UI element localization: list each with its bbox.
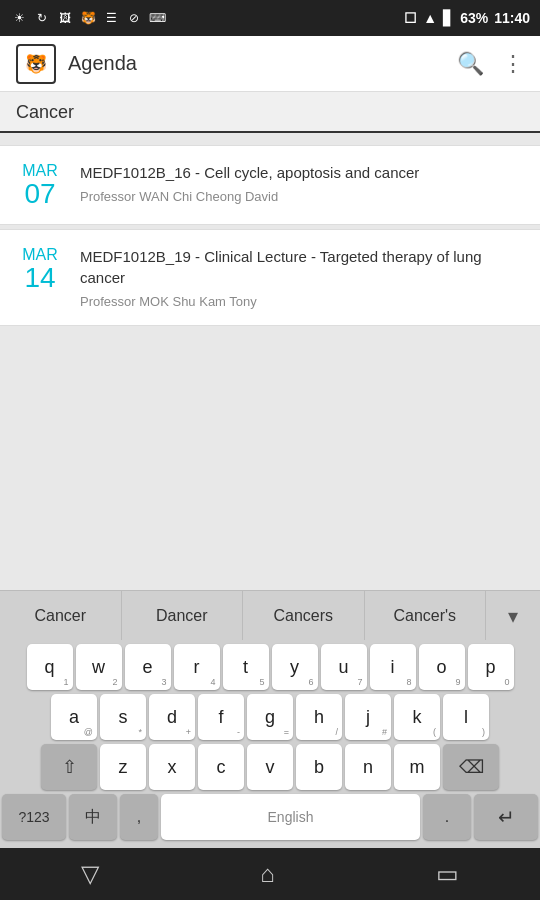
autocomplete-cancers[interactable]: Cancers <box>243 591 365 640</box>
nav-bar: ▽ ⌂ ▭ <box>0 848 540 900</box>
enter-icon: ↵ <box>498 805 515 829</box>
key-c[interactable]: c <box>198 744 244 790</box>
key-p[interactable]: p0 <box>468 644 514 690</box>
event-date-2: MAR 14 <box>16 246 64 292</box>
key-l[interactable]: l) <box>443 694 489 740</box>
space-label: English <box>268 809 314 825</box>
period-key[interactable]: . <box>423 794 471 840</box>
time-display: 11:40 <box>494 10 530 26</box>
event-date-1: MAR 07 <box>16 162 64 208</box>
delete-icon: ⌫ <box>459 756 484 778</box>
lang-icon: 中 <box>85 807 101 828</box>
status-bar-right: ☐ ▲ ▋ 63% 11:40 <box>404 10 530 26</box>
signal-icon: ▋ <box>443 10 454 26</box>
logo-icon: 🐯 <box>25 53 47 75</box>
image-icon: 🖼 <box>56 9 74 27</box>
key-z[interactable]: z <box>100 744 146 790</box>
autocomplete-cancers-apos[interactable]: Cancer's <box>365 591 487 640</box>
event-details-2: MEDF1012B_19 - Clinical Lecture - Target… <box>80 246 524 309</box>
status-bar: ☀ ↻ 🖼 🐯 ☰ ⊘ ⌨ ☐ ▲ ▋ 63% 11:40 <box>0 0 540 36</box>
down-arrow-icon: ▾ <box>508 604 518 628</box>
key-o[interactable]: o9 <box>419 644 465 690</box>
autocomplete-more[interactable]: ▾ <box>486 591 540 640</box>
key-e[interactable]: e3 <box>125 644 171 690</box>
block-icon: ⊘ <box>125 9 143 27</box>
key-w[interactable]: w2 <box>76 644 122 690</box>
event-day-2: 14 <box>24 264 55 292</box>
comma-label: , <box>137 808 141 826</box>
key-q[interactable]: q1 <box>27 644 73 690</box>
brightness-icon: ☀ <box>10 9 28 27</box>
refresh-icon: ↻ <box>33 9 51 27</box>
list-icon: ☰ <box>102 9 120 27</box>
keyboard-row-4: ?123 中 , English . ↵ <box>2 794 538 840</box>
key-b[interactable]: b <box>296 744 342 790</box>
key-x[interactable]: x <box>149 744 195 790</box>
autocomplete-cancer[interactable]: Cancer <box>0 591 122 640</box>
event-card-2[interactable]: MAR 14 MEDF1012B_19 - Clinical Lecture -… <box>0 229 540 326</box>
battery-icon: ☐ <box>404 10 417 26</box>
recents-nav-button[interactable]: ▭ <box>416 852 479 896</box>
event-details-1: MEDF1012B_16 - Cell cycle, apoptosis and… <box>80 162 524 204</box>
period-label: . <box>445 808 449 826</box>
section-title: Cancer <box>16 102 74 122</box>
key-n[interactable]: n <box>345 744 391 790</box>
app-bar-actions: 🔍 ⋮ <box>457 51 524 77</box>
wifi-icon: ▲ <box>423 10 437 26</box>
key-h[interactable]: h/ <box>296 694 342 740</box>
key-r[interactable]: r4 <box>174 644 220 690</box>
comma-key[interactable]: , <box>120 794 158 840</box>
key-d[interactable]: d+ <box>149 694 195 740</box>
main-content: MAR 07 MEDF1012B_16 - Cell cycle, apopto… <box>0 133 540 590</box>
keyboard-row-2: a@ s* d+ f- g= h/ j# k( l) <box>2 694 538 740</box>
autocomplete-bar: Cancer Dancer Cancers Cancer's ▾ <box>0 590 540 640</box>
numbers-label: ?123 <box>18 809 49 825</box>
shift-icon: ⇧ <box>62 756 77 778</box>
keyboard-row-1: q1 w2 e3 r4 t5 y6 u7 i8 o9 p0 <box>2 644 538 690</box>
lang-key[interactable]: 中 <box>69 794 117 840</box>
key-s[interactable]: s* <box>100 694 146 740</box>
section-header: Cancer <box>0 92 540 133</box>
key-y[interactable]: y6 <box>272 644 318 690</box>
delete-key[interactable]: ⌫ <box>443 744 499 790</box>
back-nav-button[interactable]: ▽ <box>61 852 119 896</box>
key-v[interactable]: v <box>247 744 293 790</box>
key-f[interactable]: f- <box>198 694 244 740</box>
event-card-1[interactable]: MAR 07 MEDF1012B_16 - Cell cycle, apopto… <box>0 145 540 225</box>
app-bar: 🐯 Agenda 🔍 ⋮ <box>0 36 540 92</box>
home-nav-button[interactable]: ⌂ <box>240 852 295 896</box>
event-professor-1: Professor WAN Chi Cheong David <box>80 189 524 204</box>
event-day-1: 07 <box>24 180 55 208</box>
event-title-2: MEDF1012B_19 - Clinical Lecture - Target… <box>80 246 524 288</box>
event-professor-2: Professor MOK Shu Kam Tony <box>80 294 524 309</box>
space-key[interactable]: English <box>161 794 420 840</box>
key-j[interactable]: j# <box>345 694 391 740</box>
enter-key[interactable]: ↵ <box>474 794 538 840</box>
shift-key[interactable]: ⇧ <box>41 744 97 790</box>
keyboard-row-3: ⇧ z x c v b n m ⌫ <box>2 744 538 790</box>
autocomplete-dancer[interactable]: Dancer <box>122 591 244 640</box>
keyboard-icon: ⌨ <box>148 9 166 27</box>
status-bar-left: ☀ ↻ 🖼 🐯 ☰ ⊘ ⌨ <box>10 9 166 27</box>
key-g[interactable]: g= <box>247 694 293 740</box>
numbers-key[interactable]: ?123 <box>2 794 66 840</box>
key-t[interactable]: t5 <box>223 644 269 690</box>
battery-percent: 63% <box>460 10 488 26</box>
search-icon[interactable]: 🔍 <box>457 51 484 77</box>
keyboard: q1 w2 e3 r4 t5 y6 u7 i8 o9 p0 a@ s* d+ f… <box>0 640 540 848</box>
key-a[interactable]: a@ <box>51 694 97 740</box>
more-options-icon[interactable]: ⋮ <box>502 51 524 77</box>
key-k[interactable]: k( <box>394 694 440 740</box>
key-m[interactable]: m <box>394 744 440 790</box>
key-i[interactable]: i8 <box>370 644 416 690</box>
tiger-icon: 🐯 <box>79 9 97 27</box>
app-logo: 🐯 <box>16 44 56 84</box>
key-u[interactable]: u7 <box>321 644 367 690</box>
app-title: Agenda <box>68 52 457 75</box>
event-title-1: MEDF1012B_16 - Cell cycle, apoptosis and… <box>80 162 524 183</box>
